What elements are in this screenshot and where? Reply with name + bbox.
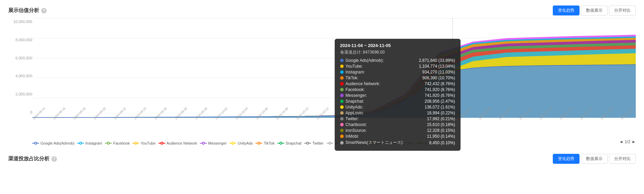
tooltip-dot-12 (340, 129, 344, 132)
legend-label-snapchat: Snapchat (286, 141, 301, 145)
legend-page-next[interactable]: ► (632, 139, 636, 144)
legend-label-smartnews: スマートニュース (335, 140, 365, 146)
tooltip-row-12: ironSource: 12,328 (0.15%) (340, 128, 455, 133)
svg-point-8 (451, 68, 454, 70)
y-label-1: 8,000,000 (8, 38, 32, 42)
legend-line-ir (416, 141, 423, 145)
y-label-5: 0 (8, 110, 32, 114)
btn-value-1[interactable]: 数值展示 (581, 5, 608, 15)
legend-label-applovin: AppLovin (398, 141, 414, 145)
legend-item-audience[interactable]: Audience Network (158, 141, 197, 145)
section2-title: 渠道投放占比分析 ? (8, 156, 57, 162)
tooltip-value-12: 12,328 (0.15%) (404, 128, 455, 133)
legend-label-audience: Audience Network (167, 141, 197, 145)
svg-point-34 (392, 142, 394, 144)
legend-line-applovin (390, 141, 397, 145)
legend-item-inmobi[interactable]: InMobi (368, 141, 387, 145)
legend-label-messenger: Messenger (208, 141, 227, 145)
tooltip-dot-11 (340, 123, 344, 126)
legend-container: Google Ads(Admob) Instagram Facebook You… (8, 138, 636, 146)
legend-item-applovin[interactable]: AppLovin (390, 141, 414, 145)
legend-label-facebook: Facebook (113, 141, 130, 145)
y-label-0: 10,000,000 (8, 20, 32, 24)
y-label-2: 6,000,000 (8, 56, 32, 60)
legend-label-unityads: UnityAds (238, 141, 253, 145)
legend-line-unityads (229, 141, 236, 145)
btn-trend-2[interactable]: 变化趋势 (553, 154, 580, 164)
section1-title: 展示估值分析 ? (8, 7, 47, 14)
svg-point-30 (329, 142, 331, 144)
y-axis-labels: 10,000,000 8,000,000 6,000,000 4,000,000… (8, 18, 32, 114)
svg-point-10 (35, 142, 37, 144)
svg-point-24 (258, 142, 260, 144)
svg-point-20 (202, 142, 204, 144)
section2-btn-group: 变化趋势 数值展示 分开对比 (553, 154, 636, 164)
legend-line-instagram (77, 141, 84, 145)
legend-label-tiktok: TikTok (264, 141, 274, 145)
legend-line-inmobi (368, 141, 374, 145)
svg-point-18 (161, 142, 163, 144)
svg-point-14 (107, 142, 109, 144)
btn-compare-1[interactable]: 分开对比 (609, 5, 636, 15)
legend-item-smartnews[interactable]: スマートニュース (326, 140, 365, 146)
legend-item-youtube[interactable]: YouTube (132, 141, 155, 145)
section1-btn-group: 变化趋势 数值展示 分开对比 (553, 5, 636, 15)
legend-line-google (32, 141, 39, 145)
legend-item-ir[interactable]: ir (416, 141, 427, 145)
legend-line-tiktok (255, 141, 262, 145)
legend-item-snapchat[interactable]: Snapchat (277, 141, 301, 145)
section-display-analysis: 展示估值分析 ? 变化趋势 数值展示 分开对比 10,000,000 8,000… (8, 5, 636, 146)
legend-line-youtube (132, 141, 139, 145)
svg-point-28 (307, 142, 309, 144)
svg-point-12 (80, 142, 82, 144)
btn-compare-2[interactable]: 分开对比 (609, 154, 636, 164)
legend-line-twitter (304, 141, 311, 145)
section1-header: 展示估值分析 ? 变化趋势 数值展示 分开对比 (8, 5, 636, 15)
tooltip-name-11: Chartboost: (346, 122, 367, 127)
svg-point-16 (135, 142, 137, 144)
tooltip-name-12: ironSource: (346, 128, 367, 133)
legend-item-facebook[interactable]: Facebook (105, 141, 130, 145)
section2-info-icon[interactable]: ? (51, 156, 57, 162)
chart-svg (32, 18, 636, 118)
legend-label-inmobi: InMobi (376, 141, 387, 145)
x-axis-row: 2024-09-14 2024-09-16 2024-09-18 2024-09… (32, 115, 636, 121)
btn-trend-1[interactable]: 变化趋势 (553, 5, 580, 15)
section1-info-icon[interactable]: ? (41, 8, 47, 13)
legend-label-google: Google Ads(Admob) (40, 141, 74, 145)
legend-line-messenger (200, 141, 207, 145)
y-label-4: 2,000,000 (8, 92, 32, 96)
section-channel-analysis: 渠道投放占比分析 ? 变化趋势 数值展示 分开对比 (8, 154, 636, 164)
legend-line-audience (158, 141, 165, 145)
section2-title-text: 渠道投放占比分析 (8, 156, 49, 162)
legend-page-prev[interactable]: ◄ (619, 139, 623, 144)
legend-label-youtube: YouTube (141, 141, 155, 145)
legend-label-twitter: Twitter (312, 141, 323, 145)
legend-item-unityads[interactable]: UnityAds (229, 141, 253, 145)
svg-point-36 (419, 142, 421, 144)
svg-point-32 (370, 142, 372, 144)
legend-item-twitter[interactable]: Twitter (304, 141, 323, 145)
btn-value-2[interactable]: 数值展示 (581, 154, 608, 164)
legend-line-snapchat (277, 141, 284, 145)
legend-line-facebook (105, 141, 112, 145)
legend-page-info: 1/2 (624, 139, 630, 144)
legend-item-messenger[interactable]: Messenger (200, 141, 227, 145)
legend-item-tiktok[interactable]: TikTok (255, 141, 274, 145)
page-container: 展示估值分析 ? 变化趋势 数值展示 分开对比 10,000,000 8,000… (0, 0, 644, 194)
svg-point-26 (280, 142, 282, 144)
tooltip-value-11: 15,610 (0.18%) (404, 122, 455, 127)
tooltip-row-11: Chartboost: 15,610 (0.18%) (340, 122, 455, 127)
legend-item-instagram[interactable]: Instagram (77, 141, 102, 145)
section1-title-text: 展示估值分析 (8, 7, 39, 14)
y-label-3: 4,000,000 (8, 74, 32, 78)
legend-label-ir: ir (425, 141, 427, 145)
legend-label-instagram: Instagram (85, 141, 102, 145)
legend-items: Google Ads(Admob) Instagram Facebook You… (32, 140, 427, 146)
legend-item-google[interactable]: Google Ads(Admob) (32, 141, 74, 145)
legend-pagination: ◄ 1/2 ► (619, 139, 636, 144)
legend-line-smartnews (326, 141, 333, 145)
svg-point-22 (232, 142, 234, 144)
chart-container-1: 10,000,000 8,000,000 6,000,000 4,000,000… (8, 18, 636, 135)
section2-header: 渠道投放占比分析 ? 变化趋势 数值展示 分开对比 (8, 154, 636, 164)
